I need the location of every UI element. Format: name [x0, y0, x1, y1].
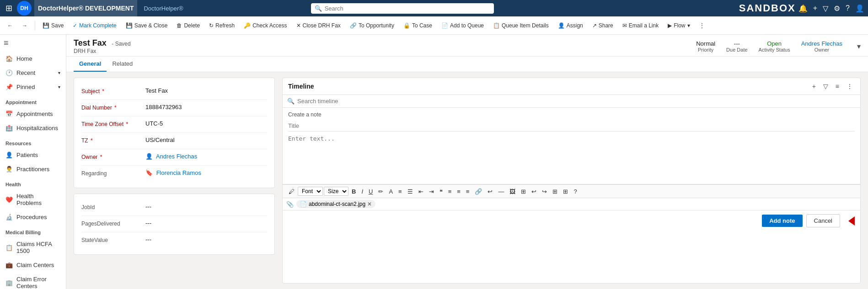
timeline-search-bar[interactable]: 🔍 — [283, 95, 860, 108]
timeline-actions: + ▽ ≡ ⋮ — [810, 82, 855, 91]
sidebar-item-procedures[interactable]: 🔬 Procedures — [0, 210, 66, 224]
list-button[interactable]: ≡ — [396, 187, 404, 196]
decrease-indent-button[interactable]: ⇤ — [416, 187, 426, 196]
cancel-button[interactable]: Cancel — [806, 214, 840, 227]
sidebar-item-home[interactable]: 🏠 Home — [0, 52, 66, 66]
sidebar-item-claim-centers[interactable]: 💼 Claim Centers — [0, 258, 66, 272]
sidebar-item-pinned[interactable]: 📌 Pinned ▾ — [0, 80, 66, 94]
assign-button[interactable]: 👤 Assign — [554, 21, 587, 31]
sidebar-item-label: Appointments — [16, 110, 53, 117]
undo-button[interactable]: ↩ — [529, 187, 539, 196]
queue-icon: 📄 — [441, 22, 448, 29]
image-button[interactable]: 🖼 — [507, 187, 518, 196]
link-button[interactable]: 🔗 — [472, 187, 484, 196]
filter-icon[interactable]: ▽ — [823, 4, 828, 13]
pen-button[interactable]: 🖊 — [286, 187, 297, 196]
hr-button[interactable]: — — [496, 187, 506, 196]
delete-button[interactable]: 🗑 Delete — [173, 21, 204, 31]
align-right-button[interactable]: ≡ — [464, 187, 472, 196]
owner-value[interactable]: Andres Flechas — [801, 40, 842, 47]
waffle-icon[interactable]: ⊞ — [4, 1, 14, 15]
sidebar-toggle[interactable]: ≡ — [0, 35, 66, 52]
sidebar-item-health-problems[interactable]: ❤️ Health Problems — [0, 189, 66, 210]
claim-centers-icon: 💼 — [5, 262, 13, 268]
flow-button[interactable]: ▶ Flow ▾ — [664, 21, 693, 31]
add-note-button[interactable]: Add note — [762, 215, 802, 227]
refresh-button[interactable]: ↻ Refresh — [205, 21, 238, 31]
dial-number-label: Dial Number * — [81, 104, 145, 111]
note-title-input[interactable] — [288, 121, 855, 131]
bold-button[interactable]: B — [349, 187, 358, 196]
attachment-close-icon[interactable]: ✕ — [367, 201, 372, 207]
separator — [35, 21, 35, 30]
form-row-owner: Owner * 👤 Andres Flechas — [81, 149, 267, 166]
note-body-textarea[interactable] — [288, 133, 855, 179]
settings-icon[interactable]: ⚙ — [834, 4, 840, 13]
patients-icon: 👤 — [5, 152, 13, 158]
timeline-sort-icon[interactable]: ≡ — [834, 82, 841, 91]
queue-item-details-button[interactable]: 📋 Queue Item Details — [489, 21, 552, 31]
refresh-icon: ↻ — [209, 22, 214, 29]
share-icon: ↗ — [592, 22, 597, 29]
timeline-add-icon[interactable]: + — [810, 82, 818, 91]
blockquote-button[interactable]: ❝ — [437, 187, 445, 196]
timeline-filter-icon[interactable]: ▽ — [821, 82, 830, 91]
more-actions-button[interactable]: ⋮ — [696, 21, 708, 31]
sidebar-item-practitioners[interactable]: 👨‍⚕️ Practitioners — [0, 162, 66, 176]
to-opportunity-button[interactable]: 🔗 To Opportunity — [346, 21, 398, 31]
owner-field-value[interactable]: 👤 Andres Flechas — [145, 153, 267, 160]
size-dropdown[interactable]: Size — [324, 187, 348, 196]
sidebar-item-recent[interactable]: 🕐 Recent ▾ — [0, 66, 66, 80]
back-button[interactable]: ← — [4, 21, 16, 31]
add-icon[interactable]: + — [813, 4, 817, 13]
forward-button[interactable]: → — [18, 21, 31, 31]
claim-error-icon: 🏢 — [5, 279, 13, 286]
increase-indent-button[interactable]: ⇥ — [427, 187, 436, 196]
file-icon: 📄 — [300, 201, 307, 207]
sidebar-item-label: Procedures — [16, 214, 47, 221]
source-button[interactable]: ⊞ — [550, 187, 560, 196]
sidebar-item-appointments[interactable]: 📅 Appointments — [0, 107, 66, 121]
save-button[interactable]: 💾 Save — [39, 21, 67, 31]
font-dropdown[interactable]: Font — [298, 187, 323, 196]
timeline-search-input[interactable] — [297, 98, 856, 105]
regarding-value[interactable]: 🔖 Florencia Ramos — [145, 169, 267, 176]
add-to-queue-button[interactable]: 📄 Add to Queue — [438, 21, 488, 31]
italic-button[interactable]: I — [359, 187, 365, 196]
underline-button[interactable]: U — [366, 187, 375, 196]
sidebar-item-claims-hcfa[interactable]: 📋 Claims HCFA 1500 — [0, 237, 66, 258]
align-center-button[interactable]: ≡ — [455, 187, 463, 196]
table2-button[interactable]: ⊞ — [561, 187, 570, 196]
help-icon[interactable]: ? — [846, 4, 850, 13]
sidebar-item-hospitalizations[interactable]: 🏥 Hospitalizations — [0, 121, 66, 135]
help-button[interactable]: ? — [571, 187, 579, 196]
tab-related[interactable]: Related — [107, 57, 138, 72]
mark-complete-button[interactable]: ✓ Mark Complete — [69, 21, 120, 31]
global-search[interactable]: 🔍 — [311, 3, 494, 14]
attachment-row: 📎 📄 abdominal-ct-scan2.jpg ✕ — [283, 198, 860, 210]
form-row-pages-delivered: PagesDelivered --- — [81, 216, 267, 232]
ordered-list-button[interactable]: ☰ — [405, 187, 415, 196]
close-drh-fax-button[interactable]: ✕ Close DRH Fax — [293, 21, 344, 31]
align-left-button[interactable]: ≡ — [446, 187, 454, 196]
tab-general[interactable]: General — [74, 57, 107, 72]
sidebar-item-patients[interactable]: 👤 Patients — [0, 148, 66, 162]
user-icon[interactable]: 👤 — [855, 4, 864, 13]
table-button[interactable]: ⊞ — [519, 187, 528, 196]
email-a-link-button[interactable]: ✉ Email a Link — [619, 21, 662, 31]
claims-icon: 📋 — [5, 244, 13, 251]
unlink-button[interactable]: ↩ — [485, 187, 495, 196]
expand-icon[interactable]: ▾ — [857, 42, 861, 51]
sidebar-item-claim-error-centers[interactable]: 🏢 Claim Error Centers — [0, 272, 66, 289]
search-input[interactable] — [325, 5, 490, 12]
notification-icon[interactable]: 🔔 — [798, 4, 808, 13]
redo-button[interactable]: ↪ — [540, 187, 549, 196]
to-case-button[interactable]: 🔒 To Case — [400, 21, 436, 31]
font-color-button[interactable]: A — [386, 187, 395, 196]
highlight-button[interactable]: ✏ — [376, 187, 386, 196]
timeline-more-icon[interactable]: ⋮ — [845, 82, 855, 91]
share-button[interactable]: ↗ Share — [589, 21, 617, 31]
check-access-button[interactable]: 🔑 Check Access — [240, 21, 290, 31]
app-link[interactable]: DoctorHelper® — [140, 5, 187, 12]
save-close-button[interactable]: 💾 Save & Close — [122, 21, 171, 31]
